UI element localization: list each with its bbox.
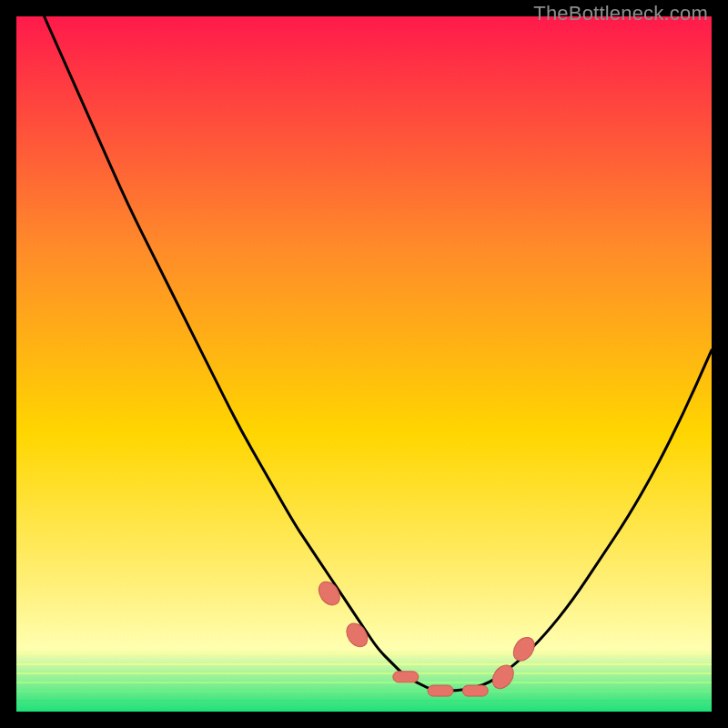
curve-marker xyxy=(428,685,453,696)
bottleneck-chart xyxy=(16,16,712,712)
curve-marker xyxy=(462,685,488,696)
gradient-background xyxy=(16,16,712,712)
chart-frame xyxy=(16,16,712,712)
watermark-text: TheBottleneck.com xyxy=(533,2,708,25)
curve-marker xyxy=(393,672,419,682)
